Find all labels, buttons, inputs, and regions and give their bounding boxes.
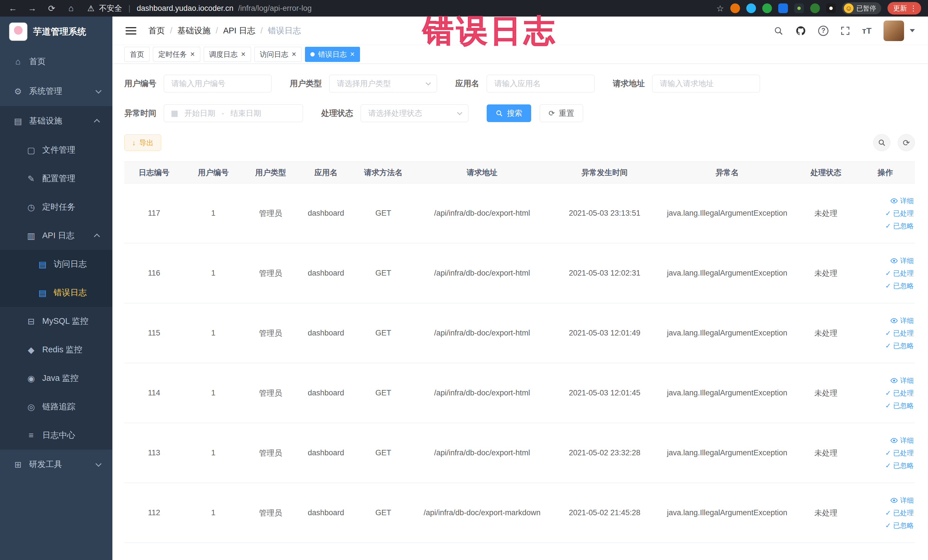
back-icon[interactable]: ← [7,3,19,13]
home-icon[interactable]: ⌂ [65,3,77,13]
mark-ignored-link[interactable]: ✓已忽略 [885,521,914,530]
breadcrumb-item[interactable]: API 日志 [223,25,255,37]
process-status-select[interactable]: 请选择处理状态 [360,104,469,122]
detail-link[interactable]: 详细 [890,196,914,205]
close-icon[interactable]: × [190,50,195,58]
toggle-search-button[interactable] [873,134,890,151]
address-bar[interactable]: ⚠ 不安全 | dashboard.yudao.iocoder.cn/infra… [87,3,312,14]
request-url-input[interactable] [652,75,760,92]
mark-processed-link[interactable]: ✓已处理 [885,269,914,278]
mark-ignored-link[interactable]: ✓已忽略 [885,221,914,230]
app-title: 芋道管理系统 [33,26,86,38]
cell-method: GET [354,303,413,363]
mark-processed-link[interactable]: ✓已处理 [885,209,914,218]
url-host: dashboard.yudao.iocoder.cn [137,4,234,13]
sidebar-item[interactable]: ◉Java 监控 [0,364,112,392]
sidebar-item[interactable]: ▤基础设施 [0,106,112,136]
mark-processed-link[interactable]: ✓已处理 [885,449,914,458]
fullscreen-icon[interactable] [840,26,850,36]
cell-app-name: dashboard [298,243,354,303]
reload-icon[interactable]: ⟳ [46,3,58,14]
sidebar-item[interactable]: ⊞研发工具 [0,450,112,479]
mark-ignored-link[interactable]: ✓已忽略 [885,341,914,350]
sidebar-item[interactable]: ◷定时任务 [0,193,112,221]
github-icon[interactable] [795,25,806,36]
check-icon: ✓ [885,462,891,470]
app-name-input[interactable] [487,75,595,92]
font-size-icon[interactable]: тT [862,26,872,36]
api-log-icon: ▥ [25,231,37,241]
extension-icon[interactable] [746,3,756,13]
sidebar-menu: ⌂首页⚙系统管理▤基础设施▢文件管理✎配置管理◷定时任务▥API 日志▤访问日志… [0,47,112,560]
breadcrumb-item[interactable]: 基础设施 [177,25,211,37]
sidebar: 芋道管理系统 ⌂首页⚙系统管理▤基础设施▢文件管理✎配置管理◷定时任务▥API … [0,17,112,560]
breadcrumb-item[interactable]: 首页 [148,25,165,37]
detail-link[interactable]: 详细 [890,256,914,265]
detail-link[interactable]: 详细 [890,496,914,505]
refresh-table-button[interactable]: ⟳ [898,134,915,151]
extension-icon[interactable] [826,3,836,13]
detail-link[interactable]: 详细 [890,316,914,325]
chevron-up-icon [94,119,100,125]
chrome-update-button[interactable]: 更新 ⋮ [887,2,921,15]
view-tab[interactable]: 定时任务× [153,47,200,62]
action-label: 已处理 [893,389,914,398]
cell-actions: 详细✓已处理✓已忽略 [856,183,915,243]
bookmark-star-icon[interactable]: ☆ [716,3,724,14]
detail-link[interactable]: 详细 [890,436,914,445]
extension-icon[interactable] [794,3,804,13]
view-tab[interactable]: 错误日志× [305,47,360,62]
sidebar-item[interactable]: ▤访问日志 [0,250,112,278]
search-button[interactable]: 搜索 [487,104,531,122]
sidebar-item-label: 文件管理 [42,144,75,156]
column-header: 用户类型 [243,162,298,183]
date-range-picker[interactable]: ▦ 开始日期 - 结束日期 [164,104,303,122]
sidebar-item[interactable]: ≡日志中心 [0,421,112,450]
user-avatar[interactable] [884,21,904,41]
forward-icon[interactable]: → [26,3,38,13]
sidebar-item[interactable]: ▤错误日志 [0,278,112,307]
mark-processed-link[interactable]: ✓已处理 [885,508,914,517]
sidebar-item[interactable]: ⚙系统管理 [0,76,112,106]
extension-icon[interactable] [762,3,772,13]
export-button[interactable]: ↓ 导出 [124,134,161,151]
user-id-input[interactable] [164,75,272,92]
cell-user-id: 1 [184,183,243,243]
check-icon: ✓ [885,329,891,337]
sidebar-item[interactable]: ✎配置管理 [0,164,112,193]
mysql-icon: ⊟ [25,316,37,327]
sidebar-item[interactable]: ▢文件管理 [0,136,112,164]
mark-ignored-link[interactable]: ✓已忽略 [885,461,914,470]
close-icon[interactable]: × [241,50,246,58]
logo-row[interactable]: 芋道管理系统 [0,17,112,47]
extension-icon[interactable] [810,3,820,13]
view-tab[interactable]: 调度日志× [204,47,251,62]
sidebar-item-label: 系统管理 [29,85,62,97]
sidebar-item[interactable]: ⊟MySQL 监控 [0,307,112,336]
home-icon: ⌂ [12,57,24,67]
sidebar-item[interactable]: ◎链路追踪 [0,392,112,421]
sidebar-item[interactable]: ▥API 日志 [0,221,112,250]
column-header: 用户编号 [184,162,243,183]
extension-icon[interactable] [730,3,740,13]
view-tab[interactable]: 访问日志× [255,47,302,62]
close-icon[interactable]: × [350,50,355,58]
mark-ignored-link[interactable]: ✓已忽略 [885,401,914,410]
reset-button[interactable]: ⟳ 重置 [540,104,583,122]
help-icon[interactable]: ? [818,26,829,36]
sidebar-item[interactable]: ⌂首页 [0,47,112,76]
search-icon[interactable] [774,26,783,36]
sidebar-item[interactable]: ◆Redis 监控 [0,336,112,364]
detail-link[interactable]: 详细 [890,376,914,385]
menu-fold-icon[interactable] [124,25,138,36]
mark-processed-link[interactable]: ✓已处理 [885,389,914,398]
chevron-down-icon[interactable] [910,29,915,32]
filter-row-2: 异常时间 ▦ 开始日期 - 结束日期 处理状态 请选择处理状态 [124,104,915,122]
user-type-select[interactable]: 请选择用户类型 [329,75,437,92]
close-icon[interactable]: × [292,50,296,58]
view-tab[interactable]: 首页 [124,47,150,62]
paused-extension-badge[interactable]: ☺ 已暂停 [842,2,881,14]
mark-ignored-link[interactable]: ✓已忽略 [885,281,914,290]
mark-processed-link[interactable]: ✓已处理 [885,329,914,338]
extension-icon[interactable] [778,3,788,13]
